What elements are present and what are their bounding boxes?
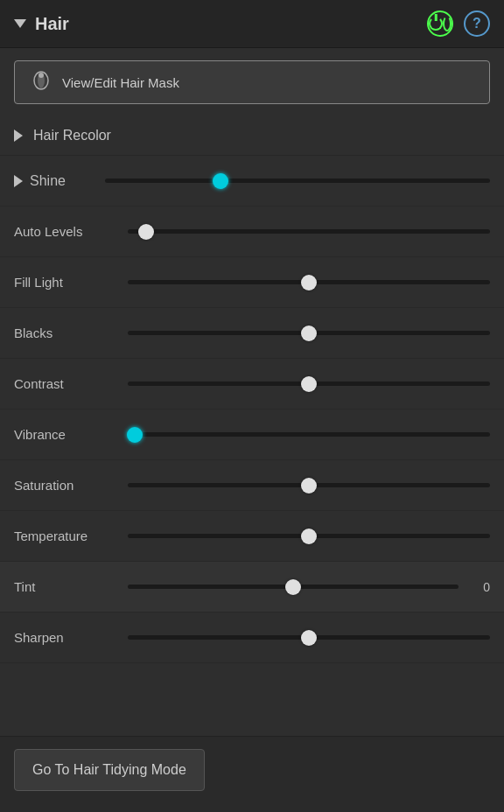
blacks-row: Blacks bbox=[0, 308, 504, 359]
blacks-slider-container bbox=[128, 331, 490, 335]
hair-recolor-label: Hair Recolor bbox=[33, 128, 111, 144]
tint-value: 0 bbox=[466, 580, 490, 594]
temperature-row: Temperature bbox=[0, 511, 504, 562]
vibrance-row: Vibrance bbox=[0, 410, 504, 460]
mask-button-container: View/Edit Hair Mask bbox=[0, 48, 504, 116]
vibrance-label: Vibrance bbox=[14, 427, 128, 442]
mask-button-label: View/Edit Hair Mask bbox=[62, 75, 179, 90]
fill-light-thumb[interactable] bbox=[301, 275, 317, 290]
contrast-thumb[interactable] bbox=[301, 376, 317, 392]
temperature-label: Temperature bbox=[14, 528, 128, 543]
shine-slider-track bbox=[105, 178, 490, 183]
sharpen-thumb[interactable] bbox=[301, 630, 317, 646]
fill-light-label: Fill Light bbox=[14, 275, 128, 290]
header: Hair ? bbox=[0, 0, 504, 48]
saturation-track bbox=[128, 483, 490, 487]
temperature-track bbox=[128, 534, 490, 538]
saturation-label: Saturation bbox=[14, 478, 128, 493]
header-left: Hair bbox=[14, 14, 69, 34]
shine-slider-container bbox=[105, 178, 490, 183]
saturation-slider-container bbox=[128, 483, 490, 487]
shine-chevron-icon bbox=[14, 175, 23, 187]
page-title: Hair bbox=[35, 14, 69, 34]
sharpen-track bbox=[128, 635, 490, 640]
shine-slider-thumb[interactable] bbox=[213, 173, 228, 189]
help-button[interactable]: ? bbox=[464, 10, 490, 37]
auto-levels-track bbox=[128, 229, 490, 234]
power-button[interactable] bbox=[427, 10, 453, 37]
sharpen-row: Sharpen bbox=[0, 612, 504, 663]
tint-label: Tint bbox=[14, 579, 128, 594]
blacks-thumb[interactable] bbox=[301, 326, 317, 341]
tint-row: Tint 0 bbox=[0, 562, 504, 612]
chevron-down-icon[interactable] bbox=[14, 19, 26, 28]
saturation-thumb[interactable] bbox=[301, 478, 317, 494]
saturation-row: Saturation bbox=[0, 460, 504, 511]
contrast-slider-container bbox=[128, 382, 490, 386]
temperature-slider-container bbox=[128, 534, 490, 538]
contrast-row: Contrast bbox=[0, 359, 504, 410]
fill-light-row: Fill Light bbox=[0, 257, 504, 308]
svg-point-1 bbox=[38, 73, 44, 78]
sharpen-slider-container bbox=[128, 635, 490, 640]
power-line bbox=[435, 14, 438, 21]
blacks-track bbox=[128, 331, 490, 335]
tint-slider-container bbox=[128, 584, 458, 589]
tint-track bbox=[128, 584, 458, 589]
shine-section-row[interactable]: Shine bbox=[0, 156, 504, 206]
help-icon: ? bbox=[472, 16, 481, 32]
header-icons: ? bbox=[427, 10, 490, 37]
go-to-hair-tidying-button[interactable]: Go To Hair Tidying Mode bbox=[14, 749, 205, 791]
vibrance-track bbox=[128, 432, 490, 437]
auto-levels-thumb[interactable] bbox=[138, 224, 154, 240]
view-edit-hair-mask-button[interactable]: View/Edit Hair Mask bbox=[14, 60, 490, 104]
fill-light-track bbox=[128, 280, 490, 284]
hair-recolor-section[interactable]: Hair Recolor bbox=[0, 116, 504, 156]
sharpen-label: Sharpen bbox=[14, 630, 128, 645]
tint-thumb[interactable] bbox=[285, 579, 301, 595]
vibrance-thumb[interactable] bbox=[127, 427, 143, 443]
contrast-track bbox=[128, 382, 490, 386]
chevron-right-icon bbox=[14, 130, 23, 142]
bottom-button-container: Go To Hair Tidying Mode bbox=[0, 736, 504, 812]
blacks-label: Blacks bbox=[14, 326, 128, 340]
auto-levels-label: Auto Levels bbox=[14, 224, 128, 239]
fill-light-slider-container bbox=[128, 280, 490, 284]
auto-levels-row: Auto Levels bbox=[0, 206, 504, 257]
shine-label: Shine bbox=[30, 173, 105, 189]
contrast-label: Contrast bbox=[14, 376, 128, 391]
power-icon bbox=[429, 17, 443, 31]
hair-mask-icon bbox=[29, 70, 53, 94]
auto-levels-slider-container bbox=[128, 229, 490, 234]
vibrance-slider-container bbox=[128, 432, 490, 437]
temperature-thumb[interactable] bbox=[301, 528, 317, 544]
